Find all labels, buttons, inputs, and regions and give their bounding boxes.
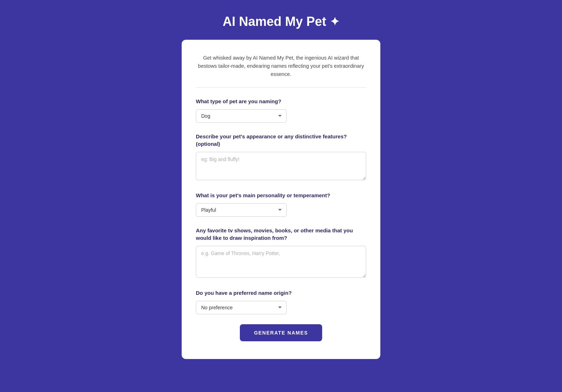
appearance-textarea[interactable] <box>196 152 366 180</box>
media-textarea[interactable] <box>196 246 366 278</box>
name-origin-select[interactable]: No preference English French Spanish Jap… <box>196 301 287 314</box>
page-description: Get whisked away by AI Named My Pet, the… <box>196 54 366 79</box>
sparkle-icon: ✦ <box>330 15 340 28</box>
media-group: Any favorite tv shows, movies, books, or… <box>196 227 366 279</box>
name-origin-label: Do you have a preferred name origin? <box>196 289 366 297</box>
pet-type-group: What type of pet are you naming? Dog Cat… <box>196 98 366 123</box>
media-label: Any favorite tv shows, movies, books, or… <box>196 227 366 242</box>
page-title: AI Named My Pet ✦ <box>222 14 339 29</box>
personality-group: What is your pet's main personality or t… <box>196 192 366 217</box>
name-origin-group: Do you have a preferred name origin? No … <box>196 289 366 314</box>
title-text: AI Named My Pet <box>222 14 326 29</box>
personality-label: What is your pet's main personality or t… <box>196 192 366 199</box>
appearance-label: Describe your pet's appearance or any di… <box>196 133 366 148</box>
personality-select[interactable]: Playful Calm Energetic Shy Curious Aggre… <box>196 203 287 217</box>
pet-type-label: What type of pet are you naming? <box>196 98 366 105</box>
appearance-group: Describe your pet's appearance or any di… <box>196 133 366 182</box>
generate-names-button[interactable]: GENERATE NAMES <box>240 324 322 341</box>
divider <box>196 87 366 88</box>
main-card: Get whisked away by AI Named My Pet, the… <box>182 40 380 359</box>
pet-type-select[interactable]: Dog Cat Bird Fish Rabbit Other <box>196 109 287 123</box>
